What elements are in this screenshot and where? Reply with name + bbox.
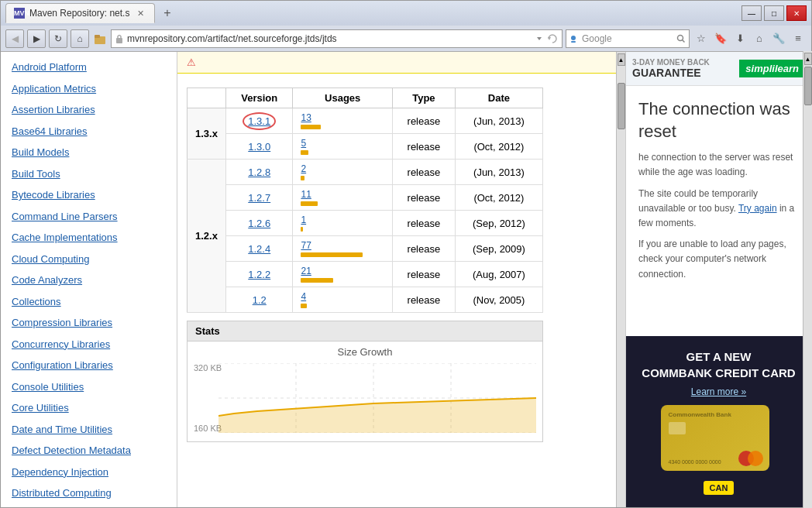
date-cell: (Sep, 2009) xyxy=(455,236,542,262)
sidebar-item-compression[interactable]: Compression Libraries xyxy=(1,312,177,334)
sidebar-item-assertion[interactable]: Assertion Libraries xyxy=(1,99,177,121)
sidebar-item-cloud[interactable]: Cloud Computing xyxy=(1,249,177,270)
tools-icon[interactable]: 🔧 xyxy=(770,30,787,47)
sidebar-item-code-analyzers[interactable]: Code Analyzers xyxy=(1,269,177,291)
sidebar-item-distributed[interactable]: Distributed Computing xyxy=(1,482,177,504)
guarantee-line1: 3-DAY MONEY BACK xyxy=(632,58,710,67)
date-cell: (Aug, 2007) xyxy=(455,262,542,287)
sidebar-item-build-tools[interactable]: Build Tools xyxy=(1,163,177,185)
usage-bar-124 xyxy=(301,252,363,257)
svg-point-7 xyxy=(678,35,683,40)
maximize-button[interactable]: □ xyxy=(764,5,784,21)
usage-num-127[interactable]: 11 xyxy=(301,189,311,200)
bookmark-icon[interactable]: 🔖 xyxy=(712,30,729,47)
version-cell: 1.2.7 xyxy=(226,185,293,211)
type-cell: release xyxy=(392,160,455,185)
refresh-button[interactable]: ↻ xyxy=(49,29,67,48)
usage-num-131[interactable]: 13 xyxy=(301,112,311,123)
refresh-small-icon xyxy=(546,33,559,45)
download-icon[interactable]: ⬇ xyxy=(731,30,748,47)
error-title: The connection was reset xyxy=(638,98,799,142)
sidebar-item-eclipse[interactable]: Eclipse Runtime xyxy=(1,504,177,508)
learn-more-link[interactable]: Learn more » xyxy=(691,386,746,397)
scrollbar-up[interactable]: ▲ xyxy=(804,53,812,65)
chart-area: Size Growth 320 KB 160 KB xyxy=(187,342,543,442)
home-button[interactable]: ⌂ xyxy=(71,29,89,48)
sidebar-item-defect[interactable]: Defect Detection Metadata xyxy=(1,440,177,462)
forward-button[interactable]: ▶ xyxy=(27,29,46,48)
version-cell: 1.3.1 xyxy=(226,108,293,134)
version-cell: 1.2.4 xyxy=(226,236,293,262)
window-controls: — □ ✕ xyxy=(741,5,807,21)
sidebar-item-dep-inject[interactable]: Dependency Injection xyxy=(1,462,177,483)
sidebar-item-cmdline[interactable]: Command Line Parsers xyxy=(1,206,177,228)
table-row: 1.2.2 21 release (Aug, 2007) xyxy=(188,262,543,287)
usage-num-124[interactable]: 77 xyxy=(301,240,311,251)
try-again-link[interactable]: Try again xyxy=(738,203,777,214)
sidebar-item-core[interactable]: Core Utilities xyxy=(1,397,177,419)
back-button[interactable]: ◀ xyxy=(5,29,24,48)
main-area: Android Platform Application Metrics Ass… xyxy=(1,52,811,507)
sidebar-item-android[interactable]: Android Platform xyxy=(1,57,177,78)
search-input[interactable]: Google xyxy=(566,29,690,48)
sidebar-item-base64[interactable]: Base64 Libraries xyxy=(1,121,177,142)
usage-bar-wrap: 13 xyxy=(301,112,384,129)
ad-bottom-title: GET A NEW COMMBANK CREDIT CARD xyxy=(638,348,799,381)
type-cell: release xyxy=(392,185,455,211)
right-scrollbar-thumb[interactable] xyxy=(804,67,812,105)
menu-icon[interactable]: ≡ xyxy=(790,30,807,47)
scrollbar-thumb[interactable] xyxy=(618,83,625,129)
usage-bar-130 xyxy=(301,150,308,155)
usage-num-128[interactable]: 2 xyxy=(301,163,306,174)
content-scrollbar[interactable]: ▲ xyxy=(616,52,625,507)
url-text: mvnrepository.com/artifact/net.sourcefor… xyxy=(127,33,532,44)
sidebar-item-bytecode[interactable]: Bytecode Libraries xyxy=(1,184,177,206)
guarantee-line2: GUARANTEE xyxy=(632,67,710,79)
minimize-button[interactable]: — xyxy=(741,5,762,21)
type-cell: release xyxy=(392,287,455,313)
date-cell: (Oct, 2012) xyxy=(455,185,542,211)
usage-bar-wrap: 2 xyxy=(301,163,384,180)
sidebar-item-collections[interactable]: Collections xyxy=(1,291,177,313)
usage-bar-wrap: 1 xyxy=(301,215,384,232)
address-bar: ◀ ▶ ↻ ⌂ mvnrepository.com/artifact/net.s… xyxy=(1,26,811,52)
version-table-wrap: Version Usages Type Date 1.3.x xyxy=(187,88,607,313)
version-127-link[interactable]: 1.2.7 xyxy=(248,192,270,204)
version-cell: 1.2.8 xyxy=(226,160,293,185)
usage-num-130[interactable]: 5 xyxy=(301,138,306,149)
right-scrollbar[interactable]: ▲ xyxy=(803,52,811,507)
address-input[interactable]: mvnrepository.com/artifact/net.sourcefor… xyxy=(111,29,563,48)
usage-num-126[interactable]: 1 xyxy=(301,215,306,225)
sidebar-item-concurrency[interactable]: Concurrency Libraries xyxy=(1,334,177,355)
tab-close-button[interactable]: ✕ xyxy=(135,8,146,19)
home-icon2[interactable]: ⌂ xyxy=(751,30,768,47)
sidebar-item-console[interactable]: Console Utilities xyxy=(1,376,177,398)
version-group-12: 1.2.x xyxy=(188,160,226,313)
version-128-link[interactable]: 1.2.8 xyxy=(248,166,270,178)
type-cell: release xyxy=(392,108,455,134)
version-12-link[interactable]: 1.2 xyxy=(253,294,267,306)
chart-labels: 320 KB 160 KB xyxy=(194,363,222,433)
svg-point-5 xyxy=(571,36,576,40)
sidebar-item-config[interactable]: Configuration Libraries xyxy=(1,355,177,376)
sidebar-item-cache[interactable]: Cache Implementations xyxy=(1,227,177,249)
version-124-link[interactable]: 1.2.4 xyxy=(248,243,270,255)
sidebar-item-date-time[interactable]: Date and Time Utilities xyxy=(1,419,177,441)
version-126-link[interactable]: 1.2.6 xyxy=(248,218,270,229)
type-cell: release xyxy=(392,236,455,262)
sidebar-item-app-metrics[interactable]: Application Metrics xyxy=(1,78,177,100)
simplilearn-logo[interactable]: simplilearn xyxy=(739,60,805,77)
star-icon[interactable]: ☆ xyxy=(693,30,710,47)
version-130-link[interactable]: 1.3.0 xyxy=(248,141,270,153)
usage-bar-wrap: 5 xyxy=(301,138,384,155)
usage-num-122[interactable]: 21 xyxy=(301,266,311,276)
sidebar-item-build-models[interactable]: Build Models xyxy=(1,142,177,163)
usage-num-12[interactable]: 4 xyxy=(301,291,306,302)
active-tab[interactable]: MVN Maven Repository: net.sou... ✕ xyxy=(5,3,155,23)
ad-top: 3-DAY MONEY BACK GUARANTEE simplilearn xyxy=(626,52,811,86)
version-122-link[interactable]: 1.2.2 xyxy=(248,269,270,280)
new-tab-button[interactable]: + xyxy=(158,4,177,22)
date-cell: (Oct, 2012) xyxy=(455,134,542,160)
version-131-link[interactable]: 1.3.1 xyxy=(243,112,276,130)
close-button[interactable]: ✕ xyxy=(786,5,807,21)
